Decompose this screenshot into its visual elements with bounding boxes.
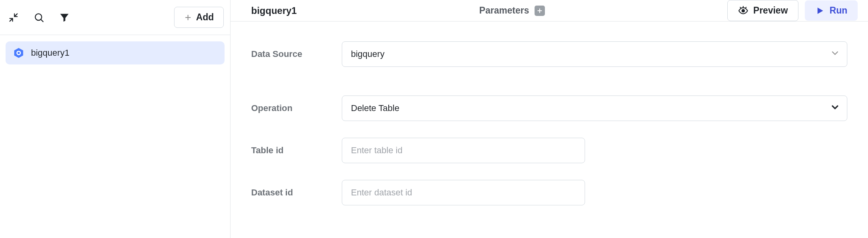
row-operation: Operation bbox=[251, 96, 847, 121]
table-id-input[interactable] bbox=[342, 138, 585, 163]
preview-label: Preview bbox=[753, 5, 788, 16]
svg-marker-13 bbox=[818, 8, 823, 14]
collapse-icon[interactable] bbox=[6, 10, 21, 25]
sidebar: Add bigquery1 bbox=[0, 0, 231, 238]
dataset-id-input[interactable] bbox=[342, 180, 585, 205]
row-dataset-id: Dataset id bbox=[251, 180, 847, 205]
plus-icon bbox=[535, 6, 545, 16]
sidebar-item-bigquery1[interactable]: bigquery1 bbox=[6, 41, 225, 64]
svg-point-9 bbox=[742, 9, 745, 12]
preview-button[interactable]: Preview bbox=[727, 0, 798, 21]
data-source-select[interactable] bbox=[342, 41, 847, 67]
main-header: bigquery1 Parameters bbox=[231, 0, 868, 21]
row-table-id: Table id bbox=[251, 138, 847, 163]
sidebar-item-label: bigquery1 bbox=[31, 48, 70, 58]
svg-point-6 bbox=[17, 52, 20, 54]
add-button[interactable]: Add bbox=[174, 7, 224, 28]
parameters-button[interactable]: Parameters bbox=[479, 5, 545, 16]
bigquery-icon bbox=[13, 47, 25, 59]
sidebar-header: Add bbox=[0, 0, 230, 35]
svg-line-11 bbox=[740, 7, 741, 8]
query-title[interactable]: bigquery1 bbox=[251, 5, 297, 16]
label-table-id: Table id bbox=[251, 145, 342, 156]
row-data-source: Data Source bbox=[251, 41, 847, 67]
run-button[interactable]: Run bbox=[805, 0, 858, 21]
search-icon[interactable] bbox=[32, 10, 46, 25]
eye-icon bbox=[738, 6, 748, 16]
filter-icon[interactable] bbox=[57, 10, 72, 25]
operation-select[interactable] bbox=[342, 96, 847, 121]
label-operation: Operation bbox=[251, 103, 342, 113]
run-label: Run bbox=[829, 5, 847, 16]
play-icon bbox=[815, 6, 825, 16]
parameters-label: Parameters bbox=[479, 5, 529, 16]
add-button-label: Add bbox=[196, 12, 214, 23]
label-data-source: Data Source bbox=[251, 49, 342, 59]
svg-line-1 bbox=[41, 19, 43, 21]
label-dataset-id: Dataset id bbox=[251, 187, 342, 198]
svg-line-12 bbox=[746, 7, 746, 8]
main-panel: bigquery1 Parameters bbox=[231, 0, 868, 238]
